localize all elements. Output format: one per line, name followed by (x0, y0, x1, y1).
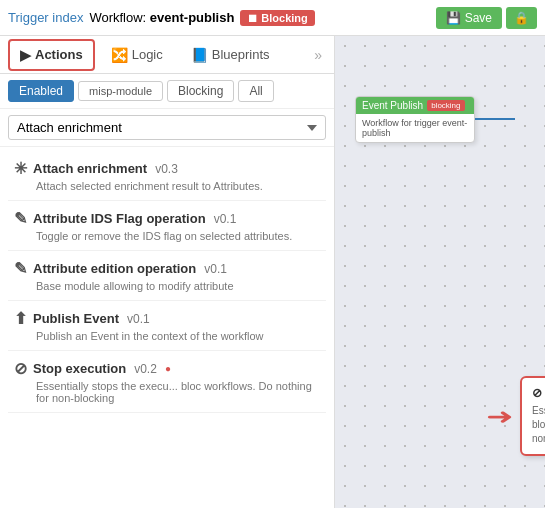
list-item: ✳ Attach enrichment v0.3 Attach selected… (8, 151, 326, 201)
workflow-name: event-publish (150, 10, 235, 25)
stop-card-desc: Essentially stops the execution for bloc… (532, 404, 545, 446)
workflow-prefix: Workflow: (89, 10, 146, 25)
filter-blocking[interactable]: Blocking (167, 80, 234, 102)
top-bar: Trigger index Workflow: event-publish ⏹ … (0, 0, 545, 36)
blocking-label: Blocking (261, 12, 307, 24)
node-blocking-badge: blocking (427, 100, 464, 111)
action-name: Attach enrichment (33, 161, 147, 176)
tab-logic[interactable]: 🔀 Logic (99, 39, 175, 71)
actions-tab-icon: ▶ (20, 47, 31, 63)
action-desc: Base module allowing to modify attribute (36, 280, 320, 292)
save-button[interactable]: 💾 Save (436, 7, 502, 29)
search-select[interactable]: Attach enrichment (8, 115, 326, 140)
action-desc: Publish an Event in the context of the w… (36, 330, 320, 342)
connector-line (475, 118, 515, 120)
trigger-index-link[interactable]: Trigger index (8, 10, 83, 25)
sidebar: ▶ Actions 🔀 Logic 📘 Blueprints » Enabled… (0, 36, 335, 508)
tab-bar: ▶ Actions 🔀 Logic 📘 Blueprints » (0, 36, 334, 74)
action-name: Stop execution (33, 361, 126, 376)
action-desc: Essentially stops the execu... bloc work… (36, 380, 320, 404)
action-name: Publish Event (33, 311, 119, 326)
main-layout: ▶ Actions 🔀 Logic 📘 Blueprints » Enabled… (0, 36, 545, 508)
logic-tab-label: Logic (132, 47, 163, 62)
filter-enabled[interactable]: Enabled (8, 80, 74, 102)
top-bar-right: 💾 Save 🔒 (436, 7, 537, 29)
workflow-label: Workflow: event-publish (89, 10, 234, 25)
logic-tab-icon: 🔀 (111, 47, 128, 63)
blocking-badge: ⏹ Blocking (240, 10, 314, 26)
canvas: Event Publish blocking Workflow for trig… (335, 36, 545, 508)
list-item: ✎ Attribute edition operation v0.1 Base … (8, 251, 326, 301)
lock-button[interactable]: 🔒 (506, 7, 537, 29)
node-body: Workflow for trigger event-publish (356, 114, 474, 142)
filter-bar: Enabled misp-module Blocking All (0, 74, 334, 109)
action-list: ✳ Attach enrichment v0.3 Attach selected… (0, 147, 334, 508)
node-title: Event Publish (362, 100, 423, 111)
blueprints-tab-label: Blueprints (212, 47, 270, 62)
list-item: ✎ Attribute IDS Flag operation v0.1 Togg… (8, 201, 326, 251)
blueprints-tab-icon: 📘 (191, 47, 208, 63)
action-desc: Toggle or remove the IDS flag on selecte… (36, 230, 320, 242)
blocking-icon: ⏹ (247, 12, 258, 24)
stop-exec-icon: ⊘ (14, 359, 27, 378)
action-version: v0.1 (214, 212, 237, 226)
action-name: Attribute edition operation (33, 261, 196, 276)
list-item: ⬆ Publish Event v0.1 Publish an Event in… (8, 301, 326, 351)
stop-card-icon: ⊘ (532, 386, 542, 400)
list-item: ⊘ Stop execution v0.2 ● Essentially stop… (8, 351, 326, 413)
lock-icon: 🔒 (514, 11, 529, 25)
red-dot-icon: ● (165, 363, 171, 374)
red-arrow-icon: ➜ (486, 404, 513, 430)
tab-blueprints[interactable]: 📘 Blueprints (179, 39, 282, 71)
search-row: Attach enrichment (0, 109, 334, 147)
tab-actions[interactable]: ▶ Actions (8, 39, 95, 71)
action-version: v0.2 (134, 362, 157, 376)
top-bar-left: Trigger index Workflow: event-publish ⏹ … (8, 10, 428, 26)
stop-execution-card: ⊘ Stop execution v0.2 ● Essentially stop… (520, 376, 545, 456)
attach-enrichment-icon: ✳ (14, 159, 27, 178)
action-version: v0.1 (204, 262, 227, 276)
publish-event-icon: ⬆ (14, 309, 27, 328)
actions-tab-label: Actions (35, 47, 83, 62)
attr-edition-icon: ✎ (14, 259, 27, 278)
action-desc: Attach selected enrichment result to Att… (36, 180, 320, 192)
action-version: v0.3 (155, 162, 178, 176)
save-icon: 💾 (446, 11, 461, 25)
filter-all[interactable]: All (238, 80, 273, 102)
attr-ids-icon: ✎ (14, 209, 27, 228)
workflow-node: Event Publish blocking Workflow for trig… (355, 96, 475, 143)
stop-card-header: ⊘ Stop execution v0.2 ● (532, 386, 545, 400)
filter-misp-module[interactable]: misp-module (78, 81, 163, 101)
action-version: v0.1 (127, 312, 150, 326)
collapse-arrow[interactable]: » (310, 45, 326, 65)
action-name: Attribute IDS Flag operation (33, 211, 206, 226)
node-header: Event Publish blocking (356, 97, 474, 114)
